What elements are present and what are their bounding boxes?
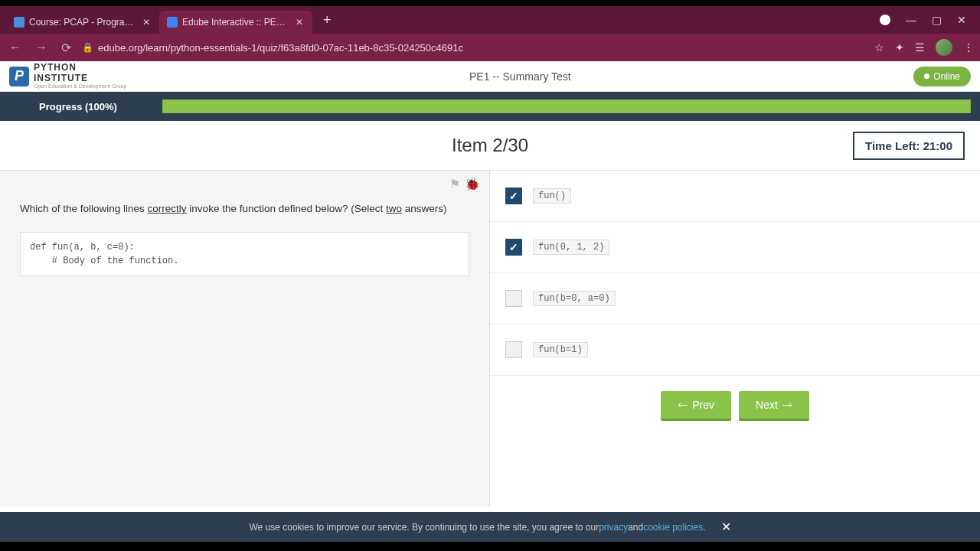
cookie-close-icon[interactable]: ✕ — [721, 520, 731, 534]
url-text: edube.org/learn/python-essentials-1/quiz… — [98, 42, 463, 54]
maximize-icon[interactable]: ▢ — [932, 14, 942, 26]
question-pane: ⚑ 🐞 Which of the following lines correct… — [0, 171, 490, 507]
option-checkbox-2[interactable] — [505, 290, 522, 307]
cookie-policies-link[interactable]: cookie policies — [643, 522, 703, 533]
time-left: Time Left: 21:00 — [853, 132, 965, 160]
tab-bar: Course: PCAP - Programming Es ✕ Edube In… — [0, 6, 980, 34]
lock-icon: 🔒 — [82, 42, 93, 53]
close-icon[interactable]: ✕ — [141, 17, 152, 28]
new-tab-button[interactable]: + — [318, 12, 336, 28]
close-window-icon[interactable]: ✕ — [957, 14, 966, 26]
url-input[interactable]: 🔒 edube.org/learn/python-essentials-1/qu… — [82, 42, 867, 54]
option-row[interactable]: fun() — [490, 171, 980, 222]
online-status-button[interactable]: Online — [913, 67, 971, 86]
progress-label: Progress (100%) — [9, 101, 147, 112]
option-checkbox-1[interactable] — [505, 239, 522, 256]
question-text: Which of the following lines correctly i… — [0, 171, 489, 226]
question-code: def fun(a, b, c=0): # Body of the functi… — [20, 232, 469, 276]
progress-section: Progress (100%) — [0, 92, 980, 121]
answer-pane: fun() fun(0, 1, 2) fun(b=0, a=0) fun(b=1… — [490, 171, 980, 507]
tab-title: Course: PCAP - Programming Es — [29, 17, 136, 28]
cookie-banner: We use cookies to improve our service. B… — [0, 512, 980, 542]
progress-bar — [162, 99, 971, 113]
star-icon[interactable]: ☆ — [874, 41, 884, 54]
browser-tab-0[interactable]: Course: PCAP - Programming Es ✕ — [6, 11, 159, 34]
prev-button[interactable]: 🡐 Prev — [661, 391, 731, 421]
browser-tab-1[interactable]: Edube Interactive :: PE1 -- Summ ✕ — [159, 11, 312, 34]
bug-icon[interactable]: 🐞 — [465, 177, 480, 191]
option-code: fun(b=0, a=0) — [533, 291, 616, 306]
progress-bar-fill — [163, 100, 970, 112]
extensions-icon[interactable]: ✦ — [895, 41, 904, 54]
page-header: P PYTHON INSTITUTE Open Education & Deve… — [0, 61, 980, 92]
tab-title: Edube Interactive :: PE1 -- Summ — [182, 17, 289, 28]
menu-icon[interactable]: ⋮ — [963, 41, 974, 54]
option-code: fun(0, 1, 2) — [533, 240, 609, 255]
option-row[interactable]: fun(b=1) — [490, 324, 980, 376]
privacy-link[interactable]: privacy — [599, 522, 628, 533]
address-bar: ← → ⟳ 🔒 edube.org/learn/python-essential… — [0, 34, 980, 61]
option-checkbox-0[interactable] — [505, 187, 522, 204]
favicon-icon — [14, 17, 24, 28]
option-code: fun(b=1) — [533, 342, 588, 357]
option-code: fun() — [533, 188, 571, 204]
favicon-icon — [167, 17, 178, 28]
minimize-icon[interactable]: — — [906, 14, 916, 26]
option-row[interactable]: fun(0, 1, 2) — [490, 222, 980, 273]
logo-icon: P — [9, 67, 29, 86]
flag-icon[interactable]: ⚑ — [449, 177, 460, 191]
close-icon[interactable]: ✕ — [294, 17, 305, 28]
option-row[interactable]: fun(b=0, a=0) — [490, 273, 980, 324]
next-button[interactable]: Next 🡒 — [739, 391, 809, 421]
item-title: Item 2/30 — [15, 135, 965, 156]
back-icon[interactable]: ← — [6, 37, 24, 57]
item-header: Item 2/30 Time Left: 21:00 — [0, 121, 980, 170]
reload-icon[interactable]: ⟳ — [58, 37, 74, 58]
profile-avatar[interactable] — [936, 39, 952, 56]
account-icon[interactable] — [880, 15, 890, 25]
reading-list-icon[interactable]: ☰ — [915, 41, 925, 54]
page-title: PE1 -- Summary Test — [126, 70, 913, 83]
logo[interactable]: P PYTHON INSTITUTE Open Education & Deve… — [9, 63, 126, 89]
forward-icon[interactable]: → — [32, 37, 51, 57]
option-checkbox-3[interactable] — [505, 341, 522, 358]
